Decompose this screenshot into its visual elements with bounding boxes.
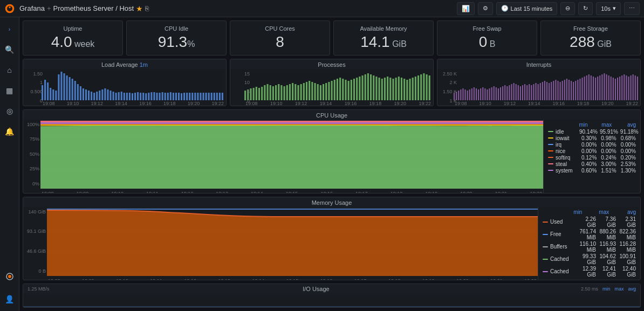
dashboard-settings-btn[interactable]: ⚙	[478, 2, 493, 15]
load-avg-svg	[40, 69, 226, 100]
svg-rect-28	[104, 88, 106, 100]
svg-rect-154	[487, 89, 488, 100]
graph-toggle-btn[interactable]: 📊	[457, 2, 475, 15]
svg-rect-168	[518, 85, 519, 100]
mem-legend-color-swatch	[543, 271, 548, 272]
mem-legend-row: Cached 99.33 GiB 104.62 GiB 100.91 GiB	[543, 253, 636, 265]
svg-rect-40	[137, 92, 139, 100]
star-icon[interactable]: ★	[136, 4, 143, 13]
svg-rect-29	[107, 89, 108, 100]
svg-rect-110	[351, 80, 352, 100]
svg-point-4	[8, 275, 11, 278]
zoom-out-btn[interactable]: ⊖	[560, 2, 575, 15]
svg-rect-57	[183, 93, 185, 100]
svg-rect-27	[101, 89, 103, 100]
svg-rect-180	[544, 81, 545, 100]
svg-rect-217	[626, 75, 627, 100]
svg-rect-164	[509, 85, 510, 100]
svg-rect-24	[93, 93, 95, 100]
sidebar: › 🔍 ⌂ ▦ ◎ 🔔 👤	[0, 17, 19, 311]
refresh-btn[interactable]: ↻	[578, 2, 593, 15]
svg-rect-39	[134, 93, 136, 100]
svg-rect-202	[593, 77, 594, 100]
svg-rect-60	[191, 93, 193, 100]
avail-mem-label: Available Memory	[360, 25, 407, 32]
svg-rect-31	[113, 92, 114, 100]
svg-rect-191	[568, 80, 570, 100]
share-icon[interactable]: ⎘	[145, 5, 149, 12]
cpu-legend-row: iowait 0.30% 0.98% 0.68%	[548, 135, 636, 141]
app-name: Grafana	[19, 4, 45, 12]
mem-chart-area: 140 GiB93.1 GiB46.6 GiB0 B	[23, 207, 538, 281]
svg-rect-136	[423, 73, 424, 100]
sidebar-item-alerting[interactable]: 🔔	[2, 124, 17, 139]
svg-rect-204	[597, 77, 598, 100]
svg-rect-92	[300, 84, 302, 100]
topnav: Grafana + Prometheus Server / Host ★ ⎘ 📊…	[0, 0, 644, 17]
topnav-right: 📊 ⚙ 🕐 Last 15 minutes ⊖ ↻ 10s ▾ ⋯	[457, 2, 640, 15]
svg-rect-215	[621, 75, 622, 100]
svg-rect-20	[83, 88, 84, 100]
free-swap-label: Free Swap	[472, 25, 501, 32]
svg-rect-197	[582, 78, 583, 100]
svg-rect-118	[373, 75, 374, 100]
stat-cpu-idle: CPU Idle 91.3%	[126, 20, 227, 56]
svg-rect-147	[471, 88, 472, 100]
cpu-legend-row: softirq 0.12% 0.24% 0.20%	[548, 155, 636, 161]
more-options-btn[interactable]: ⋯	[624, 2, 640, 15]
legend-item-avg: 1.30%	[619, 168, 636, 174]
cpu-cores-label: CPU Cores	[265, 25, 295, 32]
svg-rect-35	[124, 93, 125, 100]
processes-xaxis: 19:0819:1019:1219:1419:1619:1819:2019:22	[243, 100, 433, 106]
svg-rect-200	[588, 74, 590, 100]
svg-rect-122	[384, 78, 386, 100]
svg-rect-129	[403, 79, 405, 100]
svg-rect-12	[60, 72, 62, 100]
panel-load-average: Load Average 1m 1.50 1 0.500 0	[23, 59, 227, 106]
svg-rect-84	[278, 84, 279, 100]
legend-item-name: nice	[556, 148, 577, 154]
svg-rect-64	[202, 93, 204, 100]
mem-legend-row: Buffers 116.10 MiB 116.93 MiB 116.28 MiB	[543, 241, 636, 253]
svg-rect-38	[132, 93, 133, 100]
mem-legend-item-min: 2.26 GiB	[578, 216, 596, 228]
svg-rect-75	[253, 88, 255, 100]
sidebar-item-explore[interactable]: ◎	[2, 103, 17, 119]
sidebar-item-dashboards[interactable]: ▦	[2, 83, 17, 98]
refresh-icon: ↻	[583, 5, 588, 12]
legend-color-swatch	[548, 150, 553, 151]
svg-rect-130	[406, 80, 408, 100]
svg-rect-177	[538, 84, 539, 100]
sidebar-item-search[interactable]: 🔍	[2, 42, 17, 57]
cpu-legend-row: steal 0.40% 3.00% 2.53%	[548, 161, 636, 167]
sidebar-item-collapse[interactable]: ›	[2, 22, 17, 37]
sidebar-item-user[interactable]: 👤	[2, 292, 17, 307]
interrupts-xaxis: 19:0819:1019:1219:1419:1619:1819:2019:22	[453, 100, 640, 106]
sidebar-item-plugins[interactable]	[2, 269, 17, 284]
interrupts-chart: 2.50 K 2 K 1.50 K 1 K	[437, 69, 640, 106]
refresh-interval-btn[interactable]: 10s ▾	[596, 2, 621, 15]
svg-rect-16	[72, 79, 73, 100]
cpu-panel-inner: 100%75%50%25%0%	[23, 120, 640, 193]
mem-legend-color-swatch	[543, 246, 548, 247]
time-range-btn[interactable]: 🕐 Last 15 minutes	[496, 2, 558, 15]
svg-rect-98	[317, 84, 319, 100]
svg-rect-112	[356, 78, 358, 100]
svg-rect-151	[480, 88, 481, 100]
svg-rect-183	[551, 82, 552, 100]
panel-interrupts: Interrupts 2.50 K 2 K 1.50 K 1 K	[437, 59, 641, 106]
svg-rect-221	[635, 75, 636, 100]
legend-color-swatch	[548, 131, 553, 132]
mem-legend-row: Cached 12.39 GiB 12.41 GiB 12.40 GiB	[543, 266, 636, 278]
io-right-labels: 2.50 ms min max avg	[581, 286, 636, 292]
svg-rect-169	[520, 86, 521, 100]
svg-rect-174	[531, 85, 532, 100]
sidebar-item-home[interactable]: ⌂	[2, 63, 17, 78]
svg-rect-210	[611, 77, 612, 100]
svg-rect-82	[272, 86, 274, 100]
mem-usage-svg	[47, 207, 538, 276]
svg-rect-59	[189, 93, 190, 100]
svg-rect-94	[306, 82, 307, 100]
svg-rect-71	[222, 93, 223, 100]
stat-uptime: Uptime 4.0 week	[23, 20, 123, 56]
